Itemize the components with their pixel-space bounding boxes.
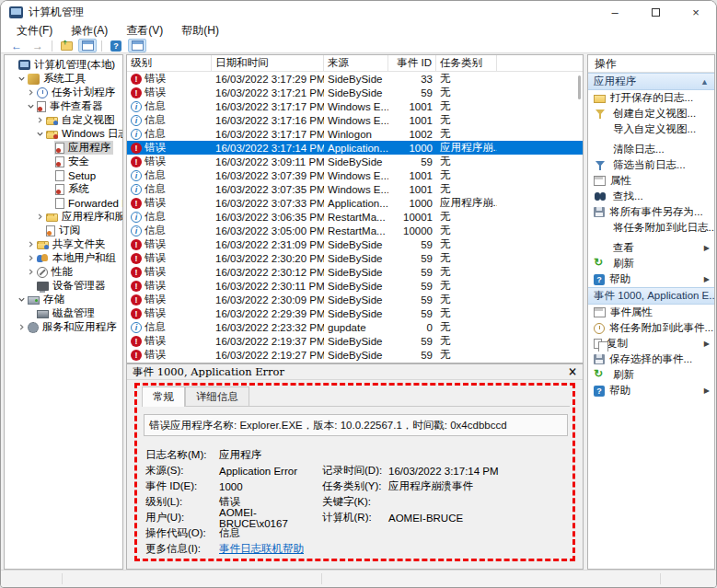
action-refresh[interactable]: ↻刷新 bbox=[588, 256, 714, 271]
chevron-right-icon[interactable] bbox=[25, 88, 36, 97]
local-users-groups-icon bbox=[37, 253, 49, 264]
action-find[interactable]: 查找... bbox=[588, 189, 714, 204]
action-copy[interactable]: 复制▶ bbox=[588, 336, 714, 352]
menu-action[interactable]: 操作(A) bbox=[63, 22, 116, 40]
action-view[interactable]: 查看▶ bbox=[588, 240, 714, 256]
tree-item-system-tools[interactable]: 系统工具 bbox=[5, 72, 122, 86]
action-import-custom-view[interactable]: 导入自定义视图... bbox=[588, 121, 714, 137]
action-filter-current-log[interactable]: 筛选当前日志... bbox=[588, 157, 714, 173]
event-row[interactable]: !错误16/03/2022 2:30:20 PMSideBySide59无 bbox=[127, 251, 583, 265]
column-header-2[interactable]: 日期和时间 bbox=[212, 55, 324, 71]
minimize-button[interactable]: – bbox=[595, 1, 635, 23]
chevron-down-icon[interactable] bbox=[16, 75, 27, 83]
chevron-right-icon[interactable] bbox=[25, 254, 36, 262]
action-attach-task-event[interactable]: 将任务附加到此事件... bbox=[588, 320, 714, 336]
event-row[interactable]: !错误16/03/2022 2:19:27 PMSideBySide59无 bbox=[127, 348, 583, 362]
event-row[interactable]: i信息16/03/2022 3:05:00 PMRestartMa...1000… bbox=[127, 224, 583, 237]
toolbar-button-export[interactable] bbox=[57, 39, 75, 52]
action-create-custom-view[interactable]: 创建自定义视图... bbox=[588, 106, 714, 121]
tree-item-task-scheduler[interactable]: 任务计划程序 bbox=[5, 86, 122, 99]
detail-close-icon[interactable]: × bbox=[568, 365, 577, 378]
event-row[interactable]: i信息16/03/2022 3:17:16 PMWindows E...1001… bbox=[127, 113, 583, 127]
event-row[interactable]: !错误16/03/2022 3:17:29 PMSideBySide33无 bbox=[127, 72, 583, 86]
event-row[interactable]: !错误16/03/2022 2:30:11 PMSideBySide59无 bbox=[127, 279, 583, 293]
tree-item-performance[interactable]: 性能 bbox=[5, 265, 122, 279]
event-row[interactable]: !错误16/03/2022 2:29:39 PMSideBySide59无 bbox=[127, 306, 583, 320]
chevron-down-icon[interactable] bbox=[16, 295, 27, 304]
action-attach-task-log[interactable]: 将任务附加到此日志... bbox=[588, 220, 714, 236]
menu-help[interactable]: 帮助(H) bbox=[173, 22, 227, 40]
event-row[interactable]: !错误16/03/2022 3:17:21 PMSideBySide59无 bbox=[127, 86, 583, 99]
column-header-3[interactable]: 来源 bbox=[324, 55, 388, 71]
tree-item-label-box: 安全 bbox=[54, 155, 92, 168]
tree-item-device-manager[interactable]: 设备管理器 bbox=[5, 279, 122, 293]
action-refresh2[interactable]: ↻刷新 bbox=[588, 367, 714, 383]
collapse-icon[interactable]: ▲ bbox=[700, 77, 709, 86]
chevron-right-icon[interactable] bbox=[25, 240, 36, 248]
chevron-right-icon[interactable] bbox=[16, 323, 27, 331]
action-save-all-events[interactable]: 将所有事件另存为... bbox=[588, 204, 714, 220]
tree-item-log-forwarded[interactable]: Forwarded Eve bbox=[5, 196, 122, 210]
tree-item-log-application[interactable]: 应用程序 bbox=[5, 141, 122, 155]
event-row[interactable]: !错误16/03/2022 3:07:33 PMApplication...10… bbox=[127, 196, 583, 210]
event-log-help-link[interactable]: 事件日志联机帮助 bbox=[219, 543, 304, 554]
event-row[interactable]: !错误16/03/2022 3:17:14 PMApplication...10… bbox=[127, 141, 583, 155]
chevron-right-icon[interactable] bbox=[34, 116, 45, 124]
column-header-1[interactable]: 级别 bbox=[127, 55, 212, 71]
maximize-button[interactable] bbox=[635, 1, 676, 23]
action-open-saved-log[interactable]: 打开保存的日志... bbox=[588, 90, 714, 106]
action-help[interactable]: ?帮助▶ bbox=[588, 271, 714, 287]
action-event-properties[interactable]: 事件属性 bbox=[588, 305, 714, 320]
list-scrollbar[interactable] bbox=[578, 75, 581, 99]
action-help2[interactable]: ?帮助▶ bbox=[588, 383, 714, 398]
event-row[interactable]: i信息16/03/2022 2:23:32 PMgupdate0无 bbox=[127, 320, 583, 334]
event-row[interactable]: !错误16/03/2022 2:19:37 PMSideBySide59无 bbox=[127, 334, 583, 348]
event-row[interactable]: i信息16/03/2022 3:07:35 PMWindows E...1001… bbox=[127, 182, 583, 196]
tree-item-disk-management[interactable]: 磁盘管理 bbox=[5, 306, 122, 320]
chevron-right-icon[interactable] bbox=[34, 213, 45, 221]
action-clear-log[interactable]: 清除日志... bbox=[588, 142, 714, 157]
toolbar-button-help[interactable]: ? bbox=[107, 39, 125, 52]
tree-item-log-security[interactable]: 安全 bbox=[5, 155, 122, 168]
event-row[interactable]: !错误16/03/2022 2:30:12 PMSideBySide59无 bbox=[127, 265, 583, 279]
menu-file[interactable]: 文件(F) bbox=[8, 22, 61, 40]
tree-item-app-service-logs[interactable]: 应用程序和服务日志 bbox=[5, 210, 122, 224]
toolbar-button-forward[interactable]: → bbox=[29, 39, 47, 52]
close-button[interactable]: × bbox=[676, 1, 716, 23]
storage-icon bbox=[28, 296, 40, 305]
toolbar-button-back[interactable]: ← bbox=[7, 39, 26, 52]
tree-item-subscriptions[interactable]: 订阅 bbox=[5, 224, 122, 237]
tree-item-windows-logs[interactable]: Windows 日志 bbox=[5, 127, 122, 141]
tree-item-computer-management[interactable]: 计算机管理(本地) bbox=[5, 58, 122, 72]
event-source-cell: SideBySide bbox=[324, 336, 388, 347]
menu-view[interactable]: 查看(V) bbox=[118, 22, 171, 40]
tree-item-custom-views[interactable]: 自定义视图 bbox=[5, 113, 122, 127]
chevron-down-icon[interactable] bbox=[25, 102, 36, 110]
action-section-header-1[interactable]: 应用程序▲ bbox=[588, 73, 714, 90]
tree-item-log-system[interactable]: 系统 bbox=[5, 182, 122, 196]
tree-item-event-viewer[interactable]: 事件查看器 bbox=[5, 99, 122, 113]
tree-item-services-apps[interactable]: 服务和应用程序 bbox=[5, 320, 122, 334]
toolbar-button-console[interactable] bbox=[78, 39, 97, 52]
event-row[interactable]: i信息16/03/2022 3:17:17 PMWinlogon1002无 bbox=[127, 127, 583, 141]
tab-general[interactable]: 常规 bbox=[142, 386, 185, 407]
event-row[interactable]: i信息16/03/2022 3:07:39 PMWindows E...1001… bbox=[127, 168, 583, 182]
tree-item-shared-folders[interactable]: 共享文件夹 bbox=[5, 237, 122, 251]
event-row[interactable]: !错误16/03/2022 2:30:09 PMSideBySide59无 bbox=[127, 293, 583, 306]
event-row[interactable]: !错误16/03/2022 2:31:09 PMSideBySide59无 bbox=[127, 237, 583, 251]
tree-item-local-users-groups[interactable]: 本地用户和组 bbox=[5, 251, 122, 265]
event-row[interactable]: i信息16/03/2022 3:17:17 PMWindows E...1001… bbox=[127, 99, 583, 113]
action-properties[interactable]: 属性 bbox=[588, 173, 714, 189]
action-save-selected-events[interactable]: 保存选择的事件... bbox=[588, 352, 714, 367]
event-row[interactable]: i信息16/03/2022 3:06:35 PMRestartMa...1000… bbox=[127, 210, 583, 224]
action-section-header-2[interactable]: 事件 1000, Application E...▲ bbox=[588, 287, 714, 305]
tree-item-log-setup[interactable]: Setup bbox=[5, 168, 122, 182]
column-header-5[interactable]: 任务类别 bbox=[436, 55, 497, 71]
chevron-down-icon[interactable] bbox=[34, 130, 45, 138]
tree-item-storage[interactable]: 存储 bbox=[5, 293, 122, 306]
chevron-right-icon[interactable] bbox=[25, 268, 36, 276]
toolbar-button-console2[interactable] bbox=[128, 39, 146, 52]
tab-details[interactable]: 详细信息 bbox=[185, 386, 249, 407]
event-row[interactable]: !错误16/03/2022 3:09:11 PMSideBySide59无 bbox=[127, 155, 583, 168]
column-header-4[interactable]: 事件 ID bbox=[388, 55, 436, 71]
